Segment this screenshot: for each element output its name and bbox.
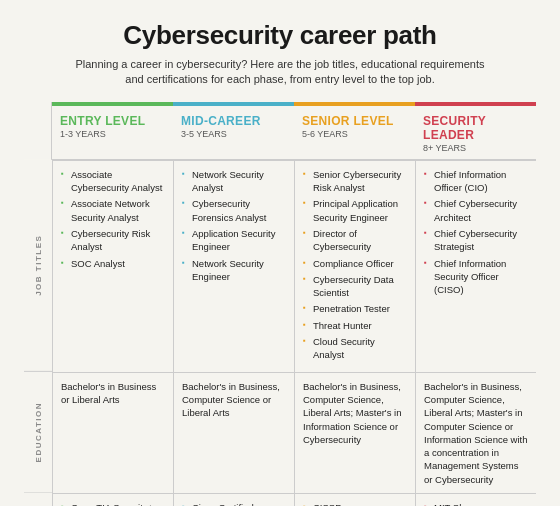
row-label-job-titles: JOB TITLES <box>24 160 52 372</box>
leader-level-years: 8+ YEARS <box>423 143 528 153</box>
job-titles-entry: Associate Cybersecurity Analyst Associat… <box>52 160 173 372</box>
list-item: Application Security Engineer <box>182 227 286 254</box>
list-item: Cisco Certified CyberOps Professional <box>182 501 286 506</box>
list-item: Cybersecurity Forensics Analyst <box>182 197 286 224</box>
education-mid: Bachelor's in Business, Computer Science… <box>173 372 294 493</box>
education-leader: Bachelor's in Business, Computer Science… <box>415 372 536 493</box>
list-item: CISSP <box>303 501 407 506</box>
list-item: Associate Cybersecurity Analyst <box>61 168 165 195</box>
list-item: Penetration Tester <box>303 302 407 315</box>
senior-level-years: 5-6 YEARS <box>302 129 407 139</box>
education-entry: Bachelor's in Business or Liberal Arts <box>52 372 173 493</box>
list-item: Director of Cybersecurity <box>303 227 407 254</box>
list-item: Network Security Analyst <box>182 168 286 195</box>
mid-level-years: 3-5 YEARS <box>181 129 286 139</box>
list-item: Chief Cybersecurity Architect <box>424 197 528 224</box>
header-spacer <box>24 102 52 160</box>
list-item: Cybersecurity Data Scientist <box>303 273 407 300</box>
leader-level-label: Security Leader <box>423 114 528 142</box>
list-item: Network Security Engineer <box>182 257 286 284</box>
entry-level-label: Entry Level <box>60 114 165 128</box>
col-header-leader: Security Leader 8+ YEARS <box>415 102 536 160</box>
list-item: Chief Information Officer (CIO) <box>424 168 528 195</box>
col-header-senior: Senior Level 5-6 YEARS <box>294 102 415 160</box>
page-subtitle: Planning a career in cybersecurity? Here… <box>24 57 536 88</box>
page-title: Cybersecurity career path <box>24 20 536 51</box>
education-senior-text: Bachelor's in Business, Computer Science… <box>303 380 407 446</box>
education-entry-text: Bachelor's in Business or Liberal Arts <box>61 380 165 407</box>
list-item: Chief Information Security Officer (CISO… <box>424 257 528 297</box>
certs-entry: CompTIA Security+ <box>52 493 173 506</box>
list-item: Cloud Security Analyst <box>303 335 407 362</box>
list-item: Senior Cybersecurity Risk Analyst <box>303 168 407 195</box>
list-item: SOC Analyst <box>61 257 165 270</box>
job-titles-leader: Chief Information Officer (CIO) Chief Cy… <box>415 160 536 372</box>
entry-level-years: 1-3 YEARS <box>60 129 165 139</box>
list-item: Principal Application Security Engineer <box>303 197 407 224</box>
certs-leader: MIT Sloan Cybersecurity for Managers CIS… <box>415 493 536 506</box>
row-label-certifications: CERTIFICATIONS <box>24 493 52 506</box>
list-item: Chief Cybersecurity Strategist <box>424 227 528 254</box>
col-header-mid: Mid-Career 3-5 YEARS <box>173 102 294 160</box>
col-header-entry: Entry Level 1-3 YEARS <box>52 102 173 160</box>
job-titles-mid: Network Security Analyst Cybersecurity F… <box>173 160 294 372</box>
career-table: Entry Level 1-3 YEARS Mid-Career 3-5 YEA… <box>24 102 536 506</box>
list-item: Cybersecurity Risk Analyst <box>61 227 165 254</box>
list-item: Threat Hunter <box>303 319 407 332</box>
senior-level-label: Senior Level <box>302 114 407 128</box>
list-item: MIT Sloan Cybersecurity for Managers <box>424 501 528 506</box>
education-senior: Bachelor's in Business, Computer Science… <box>294 372 415 493</box>
job-titles-senior: Senior Cybersecurity Risk Analyst Princi… <box>294 160 415 372</box>
list-item: Compliance Officer <box>303 257 407 270</box>
certs-mid: Cisco Certified CyberOps Professional Ce… <box>173 493 294 506</box>
education-mid-text: Bachelor's in Business, Computer Science… <box>182 380 286 420</box>
list-item: CompTIA Security+ <box>61 501 165 506</box>
row-label-education: EDUCATION <box>24 372 52 493</box>
certs-senior: CISSP Certified Information Security Man… <box>294 493 415 506</box>
mid-level-label: Mid-Career <box>181 114 286 128</box>
list-item: Associate Network Security Analyst <box>61 197 165 224</box>
education-leader-text: Bachelor's in Business, Computer Science… <box>424 380 528 486</box>
